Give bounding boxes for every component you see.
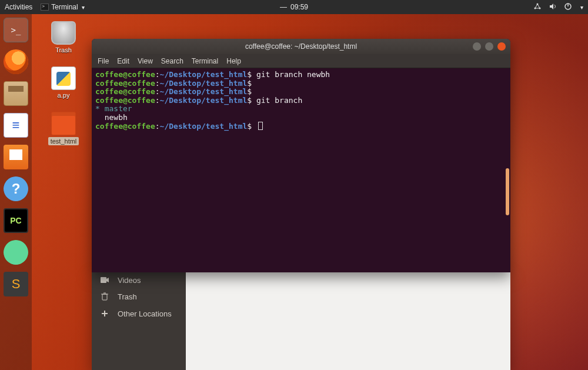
prompt-path: /Desktop/test_html (164, 70, 247, 79)
prompt-user: coffee@coffee (95, 70, 155, 79)
prompt-dollar: $ (247, 79, 252, 88)
dock-libreoffice-writer[interactable]: ≡ (4, 113, 28, 138)
terminal-icon (41, 4, 49, 11)
desktop-folder-test-html[interactable]: test_html (46, 112, 81, 145)
prompt-colon: : (155, 122, 160, 131)
files-sidebar: Videos Trash Other Locations (92, 272, 186, 370)
launcher-dock: >_ ≡ ? PC S (0, 14, 32, 370)
prompt-dollar: $ (247, 70, 252, 79)
python-file-icon (51, 66, 76, 90)
trash-small-icon (100, 292, 109, 301)
prompt-path: /Desktop/test_html (164, 87, 247, 96)
files-trash-label: Trash (118, 292, 137, 301)
menu-search[interactable]: Search (161, 57, 183, 65)
prompt-path: /Desktop/test_html (164, 79, 247, 88)
dock-ubuntu-software[interactable] (4, 145, 28, 169)
prompt-user: coffee@coffee (95, 79, 155, 88)
prompt-user: coffee@coffee (95, 122, 155, 131)
files-videos-label: Videos (118, 276, 141, 285)
prompt-cmd (252, 122, 256, 131)
prompt-dollar: $ (247, 96, 252, 105)
menu-help[interactable]: Help (226, 57, 241, 65)
dock-archive-manager[interactable] (4, 81, 28, 106)
svg-rect-6 (102, 294, 107, 300)
prompt-dollar: $ (247, 122, 252, 131)
files-window[interactable]: Videos Trash Other Locations (92, 272, 510, 370)
app-menu-label: Terminal (51, 3, 78, 11)
power-icon[interactable] (564, 2, 572, 12)
prompt-colon: : (155, 70, 160, 79)
terminal-window[interactable]: coffee@coffee: ~/Desktop/test_html File … (92, 39, 510, 272)
prompt-cmd: git branch (252, 96, 302, 105)
desktop-test-html-label: test_html (48, 137, 79, 145)
terminal-menubar: File Edit View Search Terminal Help (92, 54, 510, 68)
prompt-colon: : (155, 96, 160, 105)
dock-sublime-text[interactable]: S (4, 272, 28, 296)
desktop-apy-label: a.py (58, 92, 70, 99)
dock-help[interactable]: ? (4, 176, 28, 201)
activities-button[interactable]: Activities (5, 3, 32, 11)
menu-view[interactable]: View (138, 57, 153, 65)
svg-rect-5 (101, 277, 106, 283)
prompt-colon: : (155, 87, 160, 96)
clock[interactable]: — 09:59 (280, 3, 308, 11)
prompt-user: coffee@coffee (95, 96, 155, 105)
menu-edit[interactable]: Edit (117, 57, 129, 65)
desktop-trash-label: Trash (55, 46, 72, 54)
terminal-scrollbar[interactable] (506, 168, 509, 215)
prompt-path: /Desktop/test_html (164, 96, 247, 105)
network-icon[interactable] (533, 2, 542, 12)
window-close-button[interactable] (497, 42, 506, 51)
files-content-area[interactable] (186, 272, 510, 370)
branch-current: master (105, 104, 132, 113)
terminal-title: coffee@coffee: ~/Desktop/test_html (245, 42, 357, 51)
clock-time: 09:59 (290, 3, 308, 11)
gnome-topbar: Activities Terminal — 09:59 (0, 0, 588, 14)
dock-atom[interactable] (4, 240, 28, 265)
desktop-trash[interactable]: Trash (46, 21, 81, 54)
desktop-icons: Trash a.py test_html (46, 21, 81, 145)
prompt-user: coffee@coffee (95, 87, 155, 96)
dock-terminal[interactable]: >_ (4, 18, 28, 42)
files-sidebar-trash[interactable]: Trash (92, 288, 186, 305)
terminal-titlebar[interactable]: coffee@coffee: ~/Desktop/test_html (92, 39, 510, 54)
terminal-body[interactable]: coffee@coffee:~/Desktop/test_html$ git b… (92, 68, 510, 272)
branch-other: newbh (105, 113, 128, 122)
window-minimize-button[interactable] (473, 42, 481, 51)
files-other-label: Other Locations (118, 309, 172, 318)
menu-file[interactable]: File (98, 57, 109, 65)
chevron-down-icon (81, 3, 85, 11)
prompt-colon: : (155, 79, 160, 88)
system-menu-chevron-icon[interactable] (579, 3, 583, 11)
video-icon (100, 276, 109, 284)
desktop-file-apy[interactable]: a.py (46, 66, 81, 99)
dock-firefox[interactable] (4, 49, 28, 74)
clock-prefix: — (280, 3, 287, 11)
plus-icon (100, 310, 109, 317)
prompt-path: /Desktop/test_html (164, 122, 247, 131)
dock-pycharm[interactable]: PC (4, 208, 28, 233)
folder-icon (51, 112, 76, 135)
menu-terminal[interactable]: Terminal (192, 57, 218, 65)
files-sidebar-videos[interactable]: Videos (92, 272, 186, 288)
prompt-cmd: git branch newbh (252, 70, 330, 79)
volume-icon[interactable] (549, 2, 557, 12)
prompt-dollar: $ (247, 87, 252, 96)
files-sidebar-other-locations[interactable]: Other Locations (92, 305, 186, 322)
window-maximize-button[interactable] (485, 42, 493, 51)
branch-current-marker: * (95, 104, 100, 113)
app-menu[interactable]: Terminal (41, 3, 84, 11)
trash-icon (51, 21, 76, 45)
terminal-cursor (258, 122, 263, 130)
branch-other-prefix (95, 113, 105, 122)
